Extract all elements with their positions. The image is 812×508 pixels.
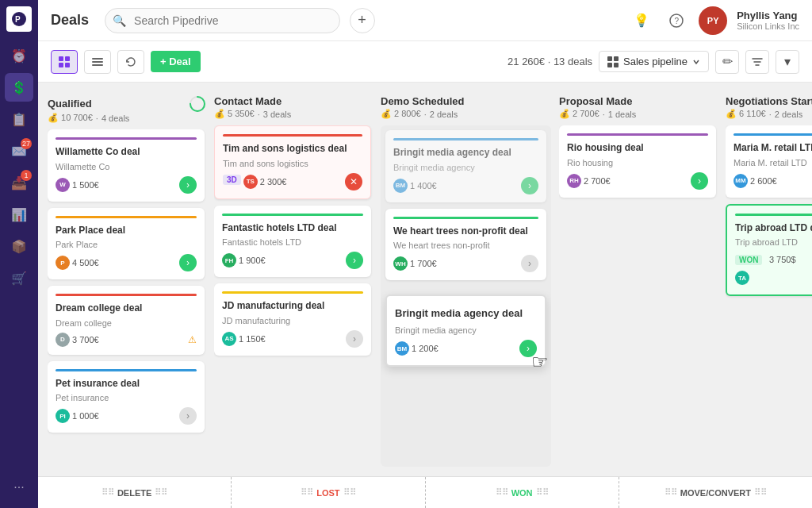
card-riohousing[interactable]: Rio housing deal Rio housing RH 2 700€ › (559, 125, 716, 198)
inbox-badge: 1 (21, 170, 32, 181)
card-action-btn[interactable]: › (179, 407, 197, 425)
card-amount: PI 1 000€ (56, 409, 99, 423)
card-avatar: WH (393, 256, 408, 271)
drop-won-icon2: ⠿⠿ (536, 487, 549, 498)
card-action-btn[interactable]: › (691, 172, 708, 190)
card-action-btn[interactable]: ✕ (345, 173, 362, 190)
col-header-contact: Contact Made 💰 5 350€ · 3 deals (214, 92, 373, 125)
card-amount: W 1 500€ (56, 178, 99, 192)
card-weheartrees[interactable]: We heart trees non-profit deal We heart … (385, 209, 546, 281)
board-view-btn[interactable] (51, 50, 78, 74)
sidebar: P ⏰ 💲 📋 ✉️ 27 📥 1 📊 📦 🛒 ··· (0, 0, 38, 508)
col-cards-contact: Tim and sons logistics deal Tim and sons… (214, 125, 373, 467)
card-action-btn[interactable]: › (521, 177, 538, 194)
add-deal-button[interactable]: + Deal (151, 51, 201, 72)
refresh-btn[interactable] (117, 50, 144, 74)
edit-btn[interactable]: ✏ (715, 50, 739, 74)
card-fantastichotels[interactable]: Fantastic hotels LTD deal Fantastic hote… (214, 206, 371, 278)
col-title-proposal: Proposal Made (559, 95, 632, 107)
page-title: Deals (51, 12, 89, 29)
sidebar-item-tasks[interactable]: ✉️ 27 (5, 137, 33, 165)
card-title: We heart trees non-profit deal (393, 225, 538, 238)
card-mariaretail[interactable]: Maria M. retail LTD deal Maria M. retail… (726, 125, 812, 198)
drop-convert-label: MOVE/CONVERT (680, 488, 751, 498)
card-title: Maria M. retail LTD deal (733, 142, 812, 155)
pipeline-selector[interactable]: Sales pipeline (599, 51, 709, 72)
col-amount-negotiations: 💰 6 110€ (726, 109, 766, 119)
drop-zone-convert[interactable]: ⠿⠿ MOVE/CONVERT ⠿⠿ (619, 477, 812, 508)
card-org: JD manufacturing (222, 316, 363, 325)
card-avatar: MM (733, 174, 748, 188)
color-bar (56, 137, 197, 140)
card-amount: WH 1 700€ (393, 256, 437, 271)
card-org: Tim and sons logistics (223, 159, 362, 168)
card-petinsurance[interactable]: Pet insurance deal Pet insurance PI 1 00… (48, 361, 205, 433)
sidebar-item-reports[interactable]: 📊 (5, 200, 33, 229)
app-logo[interactable]: P (6, 6, 32, 32)
lightbulb-icon[interactable]: 💡 (629, 8, 654, 33)
card-tripabroad[interactable]: Trip abroad LTD deal Trip abroad LTD WON… (726, 204, 812, 297)
pipeline-label: Sales pipeline (623, 56, 688, 67)
card-action-btn[interactable]: › (179, 176, 197, 194)
card-org: Dream college (56, 318, 197, 328)
card-avatar: TS (243, 175, 258, 189)
user-company: Silicon Links Inc (737, 21, 799, 31)
card-title: Bringit media agency deal (393, 147, 538, 160)
card-bringitmedia[interactable]: Bringit media agency deal Bringit media … (385, 130, 546, 202)
color-bar (733, 133, 812, 136)
more-btn[interactable]: ▾ (776, 50, 799, 74)
avatar[interactable]: PY (699, 6, 727, 35)
sidebar-item-more[interactable]: ··· (5, 473, 33, 502)
sidebar-item-inbox[interactable]: 📥 1 (5, 168, 33, 197)
card-timsons[interactable]: Tim and sons logistics deal Tim and sons… (214, 125, 371, 199)
svg-rect-10 (92, 64, 103, 66)
svg-rect-14 (614, 63, 619, 67)
col-title-qualified: Qualified (48, 98, 92, 110)
card-action-btn[interactable]: › (521, 255, 538, 272)
svg-rect-6 (59, 63, 63, 67)
dragging-card[interactable]: Bringit media agency deal Bringit media … (385, 294, 546, 367)
card-action-btn[interactable]: › (346, 252, 363, 269)
drop-zone-won[interactable]: ⠿⠿ WON ⠿⠿ (426, 477, 619, 508)
help-icon[interactable]: ? (664, 8, 689, 33)
sidebar-item-contacts[interactable]: 📋 (5, 105, 33, 133)
card-avatar: RH (567, 174, 581, 188)
card-action-btn[interactable]: › (346, 330, 363, 348)
drop-zone-lost[interactable]: ⠿⠿ LOST ⠿⠿ (232, 477, 425, 508)
color-bar (56, 216, 197, 218)
filter-btn[interactable] (745, 50, 769, 74)
mail-badge: 27 (21, 138, 32, 149)
sidebar-item-deals[interactable]: 💲 (5, 73, 33, 102)
card-avatar: D (56, 333, 70, 347)
topbar: Deals 🔍 + 💡 ? PY Phyllis Yang Silicon Li… (38, 0, 812, 41)
list-view-btn[interactable] (84, 50, 111, 74)
col-cards-proposal: Rio housing deal Rio housing RH 2 700€ › (559, 125, 718, 467)
card-dreamcollege[interactable]: Dream college deal Dream college D 3 700… (48, 286, 205, 355)
col-count-qualified: 4 deals (102, 114, 129, 123)
sidebar-item-products[interactable]: 📦 (5, 232, 33, 260)
overdue-tag: 3D (223, 175, 241, 185)
card-title: Rio housing deal (567, 142, 708, 155)
sidebar-item-activity[interactable]: ⏰ (5, 41, 33, 70)
col-cards-qualified: Willamette Co deal Willamette Co W 1 500… (48, 129, 206, 467)
card-avatar: BM (393, 179, 408, 193)
drop-lost-icon: ⠿⠿ (301, 487, 313, 498)
card-amount: BM 1 400€ (393, 179, 437, 193)
card-jdmanufacturing[interactable]: JD manufacturing deal JD manufacturing A… (214, 283, 371, 356)
drop-zone-delete[interactable]: ⠿⠿ DELETE ⠿⠿ (38, 477, 232, 508)
sidebar-item-marketplace[interactable]: 🛒 (5, 264, 33, 292)
color-bar (735, 214, 812, 216)
add-button[interactable]: + (350, 8, 375, 33)
card-title: JD manufacturing deal (222, 300, 363, 313)
drop-won-label: WON (511, 488, 533, 498)
card-willamette[interactable]: Willamette Co deal Willamette Co W 1 500… (48, 129, 205, 202)
column-demo-scheduled: Demo Scheduled 💰 2 800€ · 2 deals Bringi… (381, 92, 551, 467)
floating-card-amount: BM 1 200€ (395, 341, 439, 356)
drop-won-icon: ⠿⠿ (496, 487, 508, 498)
card-parkplace[interactable]: Park Place deal Park Place P 4 500€ › (48, 208, 205, 280)
svg-text:P: P (15, 15, 21, 24)
card-footer: P 4 500€ › (56, 254, 197, 271)
search-input[interactable] (105, 8, 340, 33)
card-action-btn[interactable]: › (179, 254, 197, 271)
drop-lost-icon2: ⠿⠿ (343, 487, 356, 498)
